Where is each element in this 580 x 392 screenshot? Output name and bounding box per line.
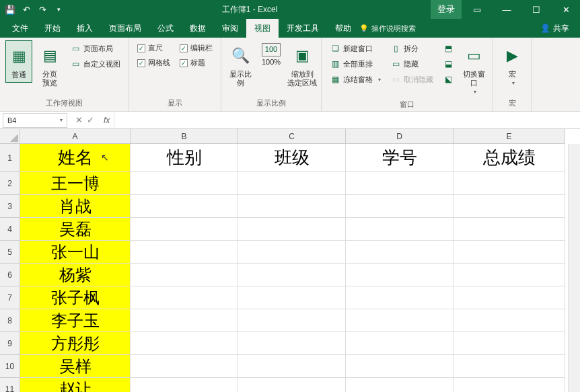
view-custom-button[interactable]: ▭自定义视图 <box>67 57 123 71</box>
col-header-B[interactable]: B <box>131 129 238 144</box>
tab-formulas[interactable]: 公式 <box>149 19 182 38</box>
tab-view[interactable]: 视图 <box>246 19 279 38</box>
tab-home[interactable]: 开始 <box>36 19 69 38</box>
tab-data[interactable]: 数据 <box>182 19 214 38</box>
row-header-10[interactable]: 10 <box>0 355 20 378</box>
compare-icon-button[interactable]: ⬒ <box>440 42 456 55</box>
minimize-icon[interactable]: — <box>493 0 521 19</box>
cell-B2[interactable] <box>131 172 238 195</box>
cell-A10[interactable]: 吴样 <box>20 355 131 378</box>
col-header-E[interactable]: E <box>454 129 565 144</box>
cell-D11[interactable] <box>346 378 454 392</box>
cell-E3[interactable] <box>454 195 565 218</box>
cell-E10[interactable] <box>454 355 565 378</box>
cell-A8[interactable]: 李子玉 <box>20 309 131 332</box>
cell-B11[interactable] <box>131 378 238 392</box>
hide-button[interactable]: ▭隐藏 <box>388 57 436 71</box>
save-icon[interactable]: 💾 <box>4 3 16 15</box>
cell-C7[interactable] <box>238 286 346 309</box>
cell-C6[interactable] <box>238 264 346 286</box>
cell-B1[interactable]: 性别 <box>131 144 238 172</box>
cell-D9[interactable] <box>346 332 454 355</box>
cell-C2[interactable] <box>238 172 346 195</box>
split-button[interactable]: ▯拆分 <box>388 42 436 55</box>
cell-B3[interactable] <box>131 195 238 218</box>
row-header-3[interactable]: 3 <box>0 195 20 218</box>
cell-A2[interactable]: 王一博 <box>20 172 131 195</box>
select-all-corner[interactable] <box>0 129 20 144</box>
switch-windows-button[interactable]: ▭切换窗口▾ <box>460 40 487 98</box>
cell-D6[interactable] <box>346 264 454 286</box>
cell-A4[interactable]: 吴磊 <box>20 218 131 241</box>
cell-A7[interactable]: 张子枫 <box>20 286 131 309</box>
row-header-6[interactable]: 6 <box>0 264 20 286</box>
col-header-C[interactable]: C <box>238 129 346 144</box>
macros-button[interactable]: ▶宏▾ <box>499 40 525 89</box>
cell-C10[interactable] <box>238 355 346 378</box>
redo-icon[interactable]: ↷ <box>36 3 48 15</box>
cell-E1[interactable]: 总成绩 <box>454 144 565 172</box>
cell-B7[interactable] <box>131 286 238 309</box>
row-header-2[interactable]: 2 <box>0 172 20 195</box>
chk-headings[interactable]: ✓标题 <box>177 56 215 69</box>
maximize-icon[interactable]: ☐ <box>522 0 550 19</box>
tell-me-search[interactable]: 💡操作说明搜索 <box>359 24 416 34</box>
tab-file[interactable]: 文件 <box>4 19 36 38</box>
formula-bar[interactable] <box>114 113 580 128</box>
chk-ruler[interactable]: ✓直尺 <box>135 42 173 54</box>
fx-icon[interactable]: fx <box>100 116 114 125</box>
cell-E5[interactable] <box>454 241 565 264</box>
share-button[interactable]: 👤共享 <box>534 23 576 34</box>
cell-C5[interactable] <box>238 241 346 264</box>
new-window-button[interactable]: ❏新建窗口 <box>327 42 384 55</box>
cell-A5[interactable]: 张一山 <box>20 241 131 264</box>
tab-help[interactable]: 帮助 <box>327 19 359 38</box>
cell-C8[interactable] <box>238 309 346 332</box>
cell-A3[interactable]: 肖战 <box>20 195 131 218</box>
cell-E4[interactable] <box>454 218 565 241</box>
cell-B8[interactable] <box>131 309 238 332</box>
cell-B5[interactable] <box>131 241 238 264</box>
chk-gridlines[interactable]: ✓网格线 <box>135 56 173 69</box>
row-header-8[interactable]: 8 <box>0 309 20 332</box>
cell-D1[interactable]: 学号 <box>346 144 454 172</box>
row-header-11[interactable]: 11 <box>0 378 20 392</box>
view-normal-button[interactable]: ▦普通 <box>5 40 32 83</box>
cell-A1[interactable]: 姓名 <box>20 144 131 172</box>
zoom-selection-button[interactable]: ▣缩放到 选定区域 <box>289 40 316 90</box>
cell-B4[interactable] <box>131 218 238 241</box>
freeze-panes-button[interactable]: ▦冻结窗格▾ <box>327 73 384 86</box>
view-pagelayout-button[interactable]: ▭页面布局 <box>67 42 123 55</box>
cell-E6[interactable] <box>454 264 565 286</box>
cell-D2[interactable] <box>346 172 454 195</box>
cell-B9[interactable] <box>131 332 238 355</box>
view-pagebreak-button[interactable]: ▤分页 预览 <box>36 40 63 90</box>
cell-E2[interactable] <box>454 172 565 195</box>
cell-C4[interactable] <box>238 218 346 241</box>
arrange-all-button[interactable]: ▥全部重排 <box>327 57 384 71</box>
login-button[interactable]: 登录 <box>431 0 462 19</box>
cell-D7[interactable] <box>346 286 454 309</box>
cell-C11[interactable] <box>238 378 346 392</box>
cell-A6[interactable]: 杨紫 <box>20 264 131 286</box>
cell-A9[interactable]: 方彤彤 <box>20 332 131 355</box>
enter-formula-icon[interactable]: ✓ <box>87 115 94 125</box>
sync-scroll-icon-button[interactable]: ⬓ <box>440 57 456 71</box>
row-header-1[interactable]: 1 <box>0 144 20 172</box>
tab-pagelayout[interactable]: 页面布局 <box>101 19 149 38</box>
zoom-button[interactable]: 🔍显示比例 <box>227 40 254 90</box>
chk-formulabar[interactable]: ✓编辑栏 <box>177 42 215 54</box>
col-header-A[interactable]: A <box>20 129 131 144</box>
reset-icon-button[interactable]: ⬕ <box>440 73 456 86</box>
cancel-formula-icon[interactable]: ✕ <box>75 115 83 125</box>
cell-A11[interactable]: 赵让 <box>20 378 131 392</box>
cell-E11[interactable] <box>454 378 565 392</box>
row-header-4[interactable]: 4 <box>0 218 20 241</box>
col-header-D[interactable]: D <box>346 129 454 144</box>
cell-D8[interactable] <box>346 309 454 332</box>
row-header-7[interactable]: 7 <box>0 286 20 309</box>
cell-C3[interactable] <box>238 195 346 218</box>
cell-E9[interactable] <box>454 332 565 355</box>
tab-insert[interactable]: 插入 <box>69 19 101 38</box>
zoom-100-button[interactable]: 100100% <box>258 40 285 69</box>
